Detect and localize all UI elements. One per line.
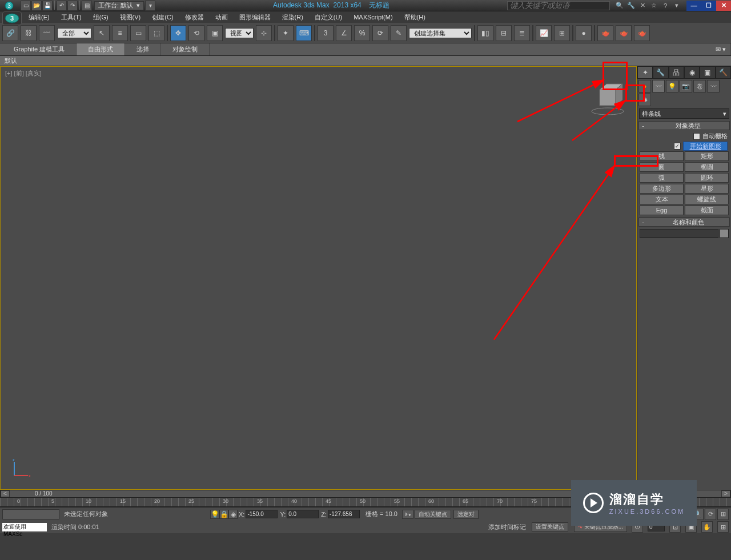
menu-maxscript[interactable]: MAXScript(M) [348,13,398,22]
close-button[interactable]: ✕ [716,1,731,11]
isolate-icon[interactable]: ◈ [228,510,238,519]
key-mode-icon[interactable]: 🗝 [402,510,413,519]
object-color-swatch[interactable] [720,229,729,238]
help-search-input[interactable] [507,1,610,10]
favorite-icon[interactable]: ☆ [649,1,659,10]
ribbon-tab-selection[interactable]: 选择 [125,43,161,55]
menu-graph-editors[interactable]: 图形编辑器 [234,12,276,23]
wrench-icon[interactable]: 🔧 [626,1,636,10]
spacewarps-icon[interactable]: 〰 [707,80,720,92]
rotate-icon[interactable]: ⟲ [188,25,204,41]
menu-customize[interactable]: 自定义(U) [309,12,348,23]
pan2-icon[interactable]: ✋ [701,521,713,533]
menu-group[interactable]: 组(G) [87,12,114,23]
material-editor-icon[interactable]: ● [576,25,592,41]
save-icon[interactable]: 💾 [42,1,53,11]
menu-view[interactable]: 视图(V) [114,12,147,23]
selection-filter-dropdown[interactable]: 全部 [57,28,91,38]
start-new-shape-button[interactable]: 开始新图形 [683,142,728,151]
app-menu-icon[interactable]: 3 [1,1,17,11]
selected-dropdown[interactable]: 选定对 [453,510,479,519]
x-coord-input[interactable] [246,510,278,518]
z-coord-input[interactable] [328,510,360,518]
curve-editor-icon[interactable]: 📈 [536,25,552,41]
rectangle-button[interactable]: 矩形 [685,151,729,161]
ribbon-tab-graphite[interactable]: Graphite 建模工具 [2,43,77,55]
menu-help[interactable]: 帮助(H) [399,12,431,23]
helpers-icon[interactable]: 卷 [693,80,706,92]
utilities-tab-icon[interactable]: 🔨 [716,66,731,79]
window-crossing-icon[interactable]: ⬚ [148,25,164,41]
category-dropdown[interactable]: 样条线▾ [639,108,729,119]
star-button[interactable]: 星形 [685,184,729,194]
bind-spacewarp-icon[interactable]: 〰 [39,25,55,41]
select-object-icon[interactable]: ↖ [94,25,110,41]
angle-snap-icon[interactable]: ∠ [336,25,352,41]
help-icon[interactable]: ? [660,1,670,10]
max-viewport-icon[interactable]: ⊞ [717,509,729,520]
pivot-center-icon[interactable]: ⊹ [256,25,272,41]
modify-tab-icon[interactable]: 🔧 [653,66,668,79]
start-new-shape-checkbox[interactable]: ✓ [674,143,681,150]
scale-icon[interactable]: ▣ [207,25,223,41]
ribbon-sub-default[interactable]: 默认 [0,56,731,66]
render-frame-icon[interactable]: 🫖 [616,25,632,41]
help-dropdown-icon[interactable]: ▾ [672,1,682,10]
display-tab-icon[interactable]: ▣ [700,66,715,79]
workspace-selector[interactable]: 工作台: 默认▾ [94,1,144,10]
redo-icon[interactable]: ↷ [67,1,78,11]
text-button[interactable]: 文本 [640,195,684,204]
spinner-snap-icon[interactable]: ⟳ [372,25,388,41]
viewcube[interactable] [584,74,629,119]
ribbon-tab-freeform[interactable]: 自由形式 [77,43,125,55]
layer-manager-icon[interactable]: ≣ [514,25,530,41]
setkey-button[interactable]: 设置关键点 [532,522,568,531]
ribbon-tab-objectpaint[interactable]: 对象绘制 [161,43,210,55]
ngon-button[interactable]: 多边形 [640,184,684,194]
menu-create[interactable]: 创建(C) [146,12,179,23]
systems-icon[interactable]: ✱ [638,94,651,106]
maximize-button[interactable]: ☐ [701,1,716,11]
object-name-input[interactable] [640,229,718,238]
percent-snap-icon[interactable]: % [354,25,370,41]
lights-icon[interactable]: 💡 [666,80,678,92]
autogrid-checkbox[interactable] [693,133,700,140]
max-toggle-icon[interactable]: ⊞ [717,521,729,533]
menu-animation[interactable]: 动画 [210,12,234,23]
select-by-name-icon[interactable]: ≡ [112,25,128,41]
rollout-name-color[interactable]: -名称和颜色 [638,217,730,227]
helix-button[interactable]: 螺旋线 [685,195,729,204]
circle-button[interactable]: 圆 [640,162,684,172]
maxscript-mini-listener[interactable]: 欢迎使用 MAXSc [2,523,47,531]
orbit-icon[interactable]: ⟳ [705,509,716,520]
cameras-icon[interactable]: 📷 [680,80,692,92]
selection-lock-icon[interactable]: 💡 [210,510,219,519]
menu-render[interactable]: 渲染(R) [276,12,309,23]
manipulate-icon[interactable]: ✦ [278,25,294,41]
section-button[interactable]: 截面 [685,206,729,215]
ribbon-options-icon[interactable]: ✉ ▾ [711,43,731,55]
render-prod-icon[interactable]: 🫖 [634,25,650,41]
line-button[interactable]: 线 [640,151,684,161]
undo-icon[interactable]: ↶ [57,1,67,11]
egg-button[interactable]: Egg [640,206,684,215]
minimize-button[interactable]: — [686,1,701,11]
menu-tools[interactable]: 工具(T) [55,12,87,23]
time-next-icon[interactable]: > [721,490,730,497]
schematic-view-icon[interactable]: ⊞ [554,25,570,41]
lock-icon[interactable]: 🔒 [219,510,228,519]
ref-coord-dropdown[interactable]: 视图 [225,28,254,38]
donut-button[interactable]: 圆环 [685,173,729,183]
geometry-icon[interactable]: ● [638,80,651,92]
move-icon[interactable]: ✥ [170,25,186,41]
hierarchy-tab-icon[interactable]: 品 [669,66,684,79]
snap-toggle-icon[interactable]: 3 [318,25,334,41]
new-icon[interactable]: ▭ [21,1,31,11]
time-prev-icon[interactable]: < [1,490,10,497]
render-setup-icon[interactable]: 🫖 [597,25,613,41]
track-bar-icon[interactable] [2,509,59,519]
unlink-icon[interactable]: ⛓ [21,25,37,41]
motion-tab-icon[interactable]: ◉ [684,66,700,79]
add-time-tag[interactable]: 添加时间标记 [488,523,526,531]
y-coord-input[interactable] [287,510,319,518]
